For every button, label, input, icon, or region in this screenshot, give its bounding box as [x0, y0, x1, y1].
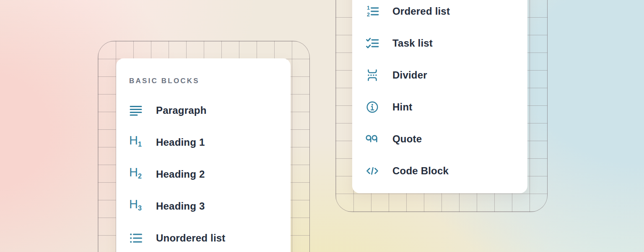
basic-blocks-menu-list: ParagraphH1Heading 1H2Heading 2H3Heading…: [129, 94, 291, 252]
quote-icon: [366, 132, 380, 146]
blocks-menu-list-right: 12Ordered list Task list Divider Hint Qu…: [366, 0, 527, 187]
menu-item-ordered-list[interactable]: 12Ordered list: [366, 0, 527, 27]
menu-item-hint[interactable]: Hint: [366, 91, 527, 123]
menu-item-label: Paragraph: [156, 105, 207, 116]
code-block-icon: [366, 164, 380, 178]
menu-item-label: Ordered list: [392, 5, 450, 17]
menu-item-label: Heading 2: [156, 168, 205, 180]
menu-item-label: Heading 1: [156, 136, 205, 148]
menu-item-heading-1[interactable]: H1Heading 1: [129, 126, 291, 158]
svg-text:2: 2: [367, 12, 370, 18]
canvas-background: BASIC BLOCKS ParagraphH1Heading 1H2Headi…: [0, 0, 644, 252]
menu-item-label: Divider: [392, 69, 427, 81]
menu-item-paragraph[interactable]: Paragraph: [129, 94, 291, 126]
task-list-icon: [366, 37, 380, 50]
menu-item-label: Unordered list: [156, 232, 226, 244]
menu-item-divider[interactable]: Divider: [366, 59, 527, 91]
heading-1-icon: H1: [129, 134, 143, 151]
paragraph-icon: [129, 104, 143, 117]
menu-item-heading-3[interactable]: H3Heading 3: [129, 190, 291, 222]
blocks-menu-card-right: 12Ordered list Task list Divider Hint Qu…: [352, 0, 527, 193]
unordered-list-icon: [129, 231, 143, 245]
menu-item-quote[interactable]: Quote: [366, 123, 527, 155]
menu-item-label: Quote: [392, 133, 422, 145]
section-label-basic-blocks: BASIC BLOCKS: [129, 77, 291, 85]
menu-item-task-list[interactable]: Task list: [366, 27, 527, 59]
ordered-list-icon: 12: [366, 5, 380, 18]
svg-text:1: 1: [367, 5, 370, 11]
menu-item-label: Code Block: [392, 165, 449, 177]
menu-item-heading-2[interactable]: H2Heading 2: [129, 158, 291, 190]
menu-item-label: Task list: [392, 37, 433, 49]
hint-icon: [366, 100, 380, 114]
basic-blocks-menu-card: BASIC BLOCKS ParagraphH1Heading 1H2Headi…: [116, 58, 291, 252]
heading-2-icon: H2: [129, 165, 143, 183]
menu-item-code-block[interactable]: Code Block: [366, 155, 527, 187]
menu-item-unordered-list[interactable]: Unordered list: [129, 222, 291, 252]
menu-item-label: Heading 3: [156, 200, 205, 212]
divider-icon: [366, 68, 380, 82]
heading-3-icon: H3: [129, 197, 143, 215]
menu-item-label: Hint: [392, 101, 412, 113]
